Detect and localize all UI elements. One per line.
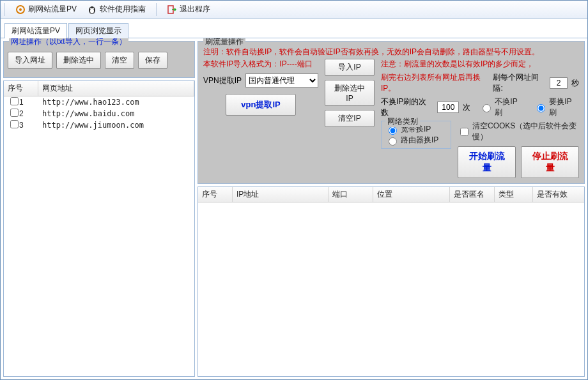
col-ip-anon[interactable]: 是否匿名 [450,187,495,202]
col-ip-type[interactable]: 类型 [495,187,533,202]
col-idx[interactable]: 序号 [4,81,38,96]
exit-icon [167,4,177,15]
warn-replace: 刷完右边列表所有网址后再换IP。 [381,72,489,94]
svg-point-5 [93,8,94,9]
toolbar-brush[interactable]: 刷网站流量PV [15,4,77,15]
interval-input[interactable] [550,77,568,89]
toolbar-guide-label: 软件使用指南 [100,4,146,15]
col-ip-addr[interactable]: IP地址 [233,187,329,202]
clear-cooks-checkbox[interactable]: 清空COOKS（选中后软件会变慢） [458,121,579,142]
col-ip-port[interactable]: 端口 [329,187,373,202]
url-list-body[interactable]: 1http://www.hao123.com2http://www.baidu.… [4,96,194,376]
url-list-header: 序号 网页地址 [4,81,194,96]
clear-url-button[interactable]: 清空 [105,52,134,69]
vpn-select[interactable]: 国内普通代理 [245,73,318,87]
net-type-group: 网络类别 宽带换IP 路由器换IP [381,121,451,149]
tab-bar: 刷网站流量PV 网页浏览显示 [1,22,587,38]
url-ops-legend: 网址操作（以txt导入，一行一条） [9,38,128,47]
ip-list-body[interactable] [198,202,584,376]
col-ip-valid[interactable]: 是否有效 [533,187,584,202]
radio-router[interactable]: 路由器换IP [385,135,447,146]
save-url-button[interactable]: 保存 [138,52,167,69]
row-idx: 1 [15,98,38,107]
app-window: 刷网站流量PV 软件使用指南 退出程序 刷网站流量PV 网页浏览显示 网址操作（… [0,0,588,380]
net-type-legend: 网络类别 [385,116,420,127]
col-ip-loc[interactable]: 位置 [373,187,450,202]
row-idx: 3 [15,121,38,130]
left-panel: 网址操作（以txt导入，一行一条） 导入网址 删除选中 清空 保存 序号 网页地… [3,41,195,377]
url-ops-buttons: 导入网址 删除选中 清空 保存 [8,52,190,69]
table-row[interactable]: 1http://www.hao123.com [4,96,194,108]
ip-list-header: 序号 IP地址 端口 位置 是否匿名 类型 是否有效 [198,187,584,202]
clear-ip-button[interactable]: 清空IP [325,110,375,127]
vpn-fetch-button[interactable]: vpn提取IP [226,94,296,116]
radio-no-ip[interactable]: 不换IP刷 [479,96,525,118]
svg-point-4 [90,8,91,9]
ip-list: 序号 IP地址 端口 位置 是否匿名 类型 是否有效 [197,186,585,377]
radio-change-ip[interactable]: 要换IP刷 [534,96,579,118]
toolbar-separator [156,3,157,16]
toolbar-brush-label: 刷网站流量PV [28,4,77,15]
row-url: http://www.hao123.com [38,98,194,107]
warn-count: 注意：刷流量的次数是以有效IP的多少而定， [381,59,579,70]
col-ip-idx[interactable]: 序号 [198,187,233,202]
toolbar-guide[interactable]: 软件使用指南 [87,4,146,15]
row-url: http://www.baidu.com [38,109,194,118]
svg-point-1 [19,8,22,11]
brush-ops-group: 刷流量操作 注明：软件自动换IP，软件会自动验证IP否有效再换，无效的IP会自动… [197,41,585,184]
delete-selected-ip-button[interactable]: 删除选中IP [325,80,375,106]
tab-brush[interactable]: 刷网站流量PV [4,23,67,38]
col-url[interactable]: 网页地址 [38,81,194,96]
svg-point-3 [90,8,94,13]
interval-label-b: 秒 [571,78,579,89]
table-row[interactable]: 2http://www.baidu.com [4,108,194,119]
note-format: 本软件IP导入格式为：IP----端口 [203,59,318,70]
right-panel: 刷流量操作 注明：软件自动换IP，软件会自动验证IP否有效再换，无效的IP会自动… [197,41,585,377]
url-ops-group: 网址操作（以txt导入，一行一条） 导入网址 删除选中 清空 保存 [3,41,195,78]
import-url-button[interactable]: 导入网址 [8,52,52,69]
interval-label-a: 刷每个网址间隔: [493,72,546,94]
row-url: http://www.jiumoon.com [38,121,194,130]
client-area: 网址操作（以txt导入，一行一条） 导入网址 删除选中 清空 保存 序号 网页地… [1,38,587,379]
toolbar: 刷网站流量PV 软件使用指南 退出程序 [1,1,587,19]
tab-browse[interactable]: 网页浏览显示 [68,23,128,38]
brush-ops-legend: 刷流量操作 [203,38,245,47]
stop-brush-button[interactable]: 停止刷流量 [521,146,579,178]
target-icon [15,4,26,15]
toolbar-exit-label: 退出程序 [180,4,210,15]
toolbar-separator [4,3,5,16]
toolbar-exit[interactable]: 退出程序 [167,4,210,15]
table-row[interactable]: 3http://www.jiumoon.com [4,119,194,131]
penguin-icon [87,4,97,15]
import-ip-button[interactable]: 导入IP [325,59,375,76]
noip-count-input[interactable] [437,102,459,113]
noip-count-label-b: 次 [463,102,470,113]
vpn-label: VPN提取IP [203,75,242,86]
delete-selected-url-button[interactable]: 删除选中 [56,52,101,69]
start-brush-button[interactable]: 开始刷流量 [458,146,516,178]
row-idx: 2 [15,109,38,118]
ip-button-column: 导入IP 删除选中IP 清空IP [325,59,375,127]
noip-count-label-a: 不换IP刷的次数 [381,96,433,118]
url-list: 序号 网页地址 1http://www.hao123.com2http://ww… [3,80,195,377]
note-usage: 注明：软件自动换IP，软件会自动验证IP否有效再换，无效的IP会自动删除，路由器… [203,47,579,57]
